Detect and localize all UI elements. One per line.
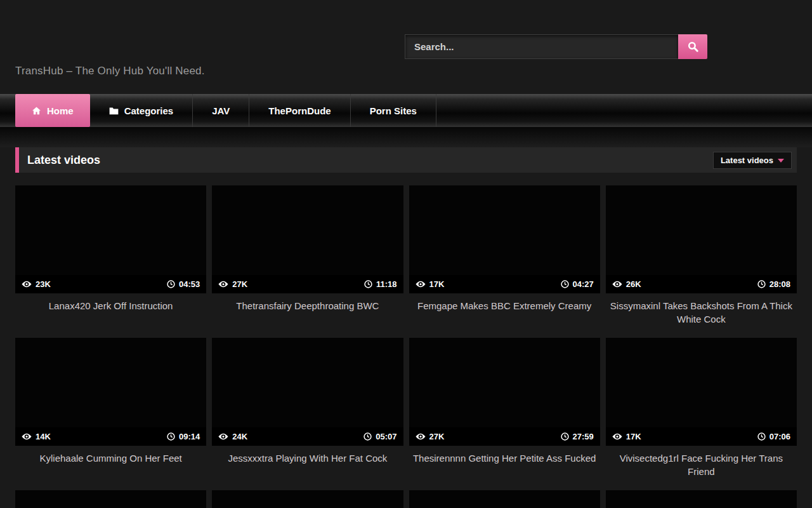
video-card-partial [212,490,403,508]
video-thumbnail[interactable]: 17K 07:06 [606,338,797,446]
nav-item-label: Categories [124,105,174,116]
video-thumbnail[interactable]: 23K 04:53 [15,185,206,293]
video-thumbnail[interactable]: 27K 27:59 [409,338,600,446]
nav-shadow-strip [0,127,812,147]
views-group: 17K [416,279,445,289]
video-card: 27K 27:59 Thesirennnn Getting Her Petite… [409,338,600,490]
clock-icon [757,280,766,288]
video-title[interactable]: Thesirennnn Getting Her Petite Ass Fucke… [412,451,598,490]
video-meta-bar: 24K 05:07 [212,427,403,446]
video-card-partial [409,490,600,508]
eye-icon [218,281,228,288]
video-meta-bar: 14K 09:14 [15,427,206,446]
nav-item-label: ThePornDude [268,105,331,116]
clock-icon [167,280,175,288]
video-card: 17K 07:06 Vivisectedg1rl Face Fucking He… [606,338,797,490]
video-thumbnail[interactable] [606,490,797,508]
nav-item-porn-sites[interactable]: Porn Sites [351,94,436,127]
video-meta-bar: 26K 28:08 [606,275,797,293]
video-title[interactable]: Sissymaxinl Takes Backshots From A Thick… [608,299,794,338]
video-title[interactable]: Thetransfairy Deepthroating BWC [214,299,400,338]
view-count: 17K [626,432,641,441]
folder-icon [109,107,119,115]
video-thumbnail[interactable]: 27K 11:18 [212,185,403,293]
nav-item-jav[interactable]: JAV [193,94,249,127]
eye-icon [416,433,426,440]
video-thumbnail[interactable]: 26K 28:08 [606,185,797,293]
views-group: 14K [22,432,51,441]
clock-icon [757,432,766,441]
magnifier-icon [687,41,699,53]
search-button[interactable] [678,34,707,59]
nav-item-categories[interactable]: Categories [90,94,193,127]
view-count: 23K [36,279,51,289]
site-header: TransHub – The Only Hub You'll Need. [0,0,812,94]
video-thumbnail[interactable]: 24K 05:07 [212,338,403,446]
duration: 05:07 [376,432,396,441]
video-meta-bar: 27K 11:18 [212,275,403,293]
chevron-down-icon [778,159,784,163]
views-group: 27K [218,279,247,289]
video-thumbnail[interactable] [409,490,600,508]
section-title: Latest videos [19,154,100,167]
duration-group: 11:18 [364,279,397,289]
views-group: 17K [612,432,641,441]
clock-icon [364,280,372,288]
view-count: 26K [626,279,641,289]
video-title[interactable]: Femgape Makes BBC Extremely Creamy [412,299,598,338]
video-card-partial [606,490,797,508]
video-meta-bar: 27K 27:59 [409,427,600,446]
home-icon [32,106,41,116]
view-count: 27K [232,279,247,289]
search-input[interactable] [405,34,678,59]
nav-item-home[interactable]: Home [15,94,90,127]
duration-group: 07:06 [757,432,790,441]
nav-item-theporndude[interactable]: ThePornDude [249,94,350,127]
duration-group: 09:14 [167,432,200,441]
video-meta-bar: 23K 04:53 [15,275,206,293]
video-thumbnail[interactable]: 14K 09:14 [15,338,206,446]
duration: 07:06 [769,432,790,441]
eye-icon [218,433,228,440]
duration: 04:27 [573,279,594,289]
video-grid: 23K 04:53 Lanax420 Jerk Off Instruction [15,185,797,508]
duration: 11:18 [376,279,397,289]
duration-group: 27:59 [561,432,594,441]
nav-item-label: Home [47,105,74,116]
video-title[interactable]: Vivisectedg1rl Face Fucking Her Trans Fr… [608,451,794,490]
video-card: 26K 28:08 Sissymaxinl Takes Backshots Fr… [606,185,797,338]
main-nav: Home Categories JAV ThePornDude Porn Sit… [0,94,812,127]
views-group: 27K [416,432,445,441]
sort-dropdown[interactable]: Latest videos [713,152,792,169]
video-title[interactable]: Lanax420 Jerk Off Instruction [18,299,204,338]
view-count: 14K [36,432,51,441]
clock-icon [167,432,175,441]
video-card: 23K 04:53 Lanax420 Jerk Off Instruction [15,185,206,338]
search-bar [405,34,707,59]
clock-icon [561,432,569,441]
clock-icon [363,432,372,441]
site-tagline: TransHub – The Only Hub You'll Need. [15,65,205,77]
duration: 09:14 [179,432,200,441]
views-group: 24K [218,432,247,441]
view-count: 27K [429,432,445,441]
section-header: Latest videos Latest videos [15,147,797,173]
eye-icon [22,433,32,440]
nav-item-label: Porn Sites [370,105,417,116]
video-card: 27K 11:18 Thetransfairy Deepthroating BW… [212,185,403,338]
duration-group: 04:27 [561,279,594,289]
video-meta-bar: 17K 04:27 [409,275,600,293]
video-thumbnail[interactable] [212,490,403,508]
video-card: 24K 05:07 Jessxxxtra Playing With Her Fa… [212,338,403,490]
duration-group: 04:53 [167,279,200,289]
views-group: 23K [22,279,51,289]
view-count: 17K [429,279,445,289]
duration: 27:59 [573,432,594,441]
duration-group: 05:07 [363,432,396,441]
eye-icon [612,433,622,440]
video-thumbnail[interactable]: 17K 04:27 [409,185,600,293]
video-title[interactable]: Jessxxxtra Playing With Her Fat Cock [214,451,400,490]
clock-icon [561,280,569,288]
video-thumbnail[interactable] [15,490,206,508]
video-title[interactable]: Kyliehaale Cumming On Her Feet [18,451,204,490]
